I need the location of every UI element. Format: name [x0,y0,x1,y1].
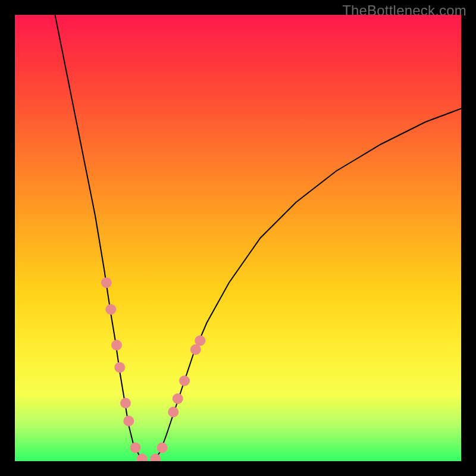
highlight-dot [114,362,125,373]
highlight-dot [195,336,205,346]
highlight-dot [157,443,168,453]
highlight-dot [101,277,112,288]
chart-plot-area [15,15,461,461]
highlight-dot [105,304,116,315]
highlight-dot [111,340,122,350]
highlight-dot [173,393,183,404]
chart-svg [15,15,461,461]
highlight-dot [130,443,141,453]
highlight-dot [168,407,178,418]
highlight-dot [179,375,190,386]
highlight-dot [150,453,161,461]
right-curve-path [154,109,462,462]
highlight-dot [120,398,131,409]
highlight-dots-group [101,277,205,461]
left-curve-path [55,15,145,461]
highlight-dot [123,416,134,427]
